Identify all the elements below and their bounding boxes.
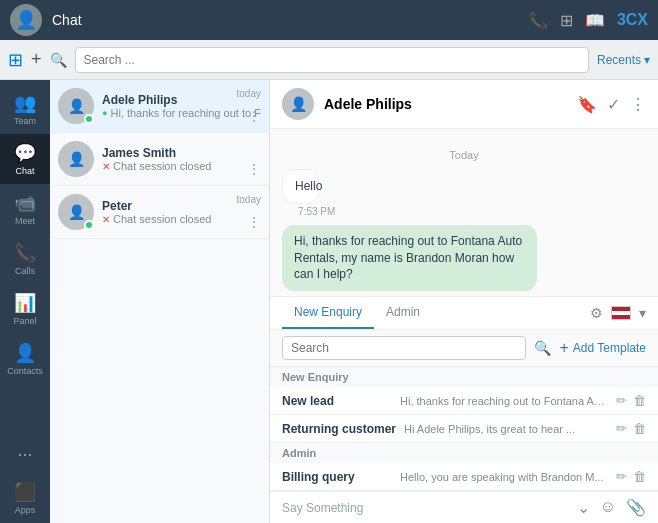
person-icon: 👤 bbox=[290, 96, 307, 112]
global-search-box[interactable] bbox=[75, 47, 589, 73]
delete-icon[interactable]: 🗑 bbox=[633, 393, 646, 408]
chat-list-item[interactable]: 👤 James Smith ✕ Chat session closed ⋮ bbox=[50, 133, 269, 186]
section-header-new-enquiry: New Enquiry bbox=[270, 367, 658, 387]
template-name: New lead bbox=[282, 394, 392, 408]
brand-label: 3CX bbox=[617, 11, 648, 29]
add-template-button[interactable]: + Add Template bbox=[559, 339, 646, 357]
sidebar-label-chat: Chat bbox=[15, 166, 34, 176]
messages-area: Today Hello 7:53 PM Hi, thanks for reach… bbox=[270, 129, 658, 296]
template-row[interactable]: New lead Hi, thanks for reaching out to … bbox=[270, 387, 658, 415]
second-bar: ⊞ + 🔍 Recents ▾ bbox=[0, 40, 658, 80]
more-icon: ··· bbox=[17, 444, 32, 465]
sidebar-item-team[interactable]: 👥 Team bbox=[0, 84, 50, 134]
close-icon: ✕ bbox=[102, 214, 110, 225]
add-button[interactable]: + bbox=[31, 49, 42, 70]
template-list: New Enquiry New lead Hi, thanks for reac… bbox=[270, 367, 658, 491]
chat-preview: ✕ Chat session closed bbox=[102, 160, 261, 172]
template-search-input[interactable] bbox=[282, 336, 526, 360]
phone-icon[interactable]: 📞 bbox=[528, 11, 548, 30]
sidebar-item-contacts[interactable]: 👤 Contacts bbox=[0, 334, 50, 384]
sidebar-item-apps[interactable]: ⬛ Apps bbox=[0, 473, 50, 523]
template-row[interactable]: Billing query Hello, you are speaking wi… bbox=[270, 463, 658, 491]
search-icon-small: 🔍 bbox=[50, 52, 67, 68]
more-options-icon[interactable]: ⋮ bbox=[247, 108, 261, 124]
panel-icon: 📊 bbox=[14, 292, 36, 314]
sidebar-label-meet: Meet bbox=[15, 216, 35, 226]
status-icon-online: ● bbox=[102, 108, 107, 118]
contacts-icon: 👤 bbox=[14, 342, 36, 364]
add-template-label: Add Template bbox=[573, 341, 646, 355]
person-icon: 👤 bbox=[68, 98, 85, 114]
chat-time: today bbox=[237, 88, 261, 99]
plus-icon: + bbox=[559, 339, 568, 357]
say-something-placeholder: Say Something bbox=[282, 501, 577, 515]
template-preview: Hi, thanks for reaching out to Fontana A… bbox=[400, 395, 608, 407]
grid-icon[interactable]: ⊞ bbox=[560, 11, 573, 30]
chat-list-item[interactable]: 👤 Adele Philips ● Hi, thanks for reachin… bbox=[50, 80, 269, 133]
avatar: 👤 bbox=[58, 194, 94, 230]
message-bubble: Hello bbox=[282, 169, 319, 204]
say-something-bar[interactable]: Say Something ⌄ ☺ 📎 bbox=[270, 491, 658, 523]
tab-new-enquiry[interactable]: New Enquiry bbox=[282, 297, 374, 329]
chevron-down-icon: ▾ bbox=[644, 53, 650, 67]
edit-icon[interactable]: ✏ bbox=[616, 393, 627, 408]
tab-bar: New Enquiry Admin ⚙ ▾ bbox=[270, 297, 658, 330]
edit-icon[interactable]: ✏ bbox=[616, 421, 627, 436]
template-name: Returning customer bbox=[282, 422, 396, 436]
template-preview: Hi Adele Philips, its great to hear ... bbox=[404, 423, 608, 435]
template-search-row: 🔍 + Add Template bbox=[270, 330, 658, 367]
chat-contact-name: James Smith bbox=[102, 146, 261, 160]
close-icon: ✕ bbox=[102, 161, 110, 172]
template-panel: New Enquiry Admin ⚙ ▾ 🔍 + Add Template bbox=[270, 296, 658, 523]
emoji-icon[interactable]: ☺ bbox=[600, 498, 616, 517]
more-options-icon[interactable]: ⋮ bbox=[247, 214, 261, 230]
sidebar-item-calls[interactable]: 📞 Calls bbox=[0, 234, 50, 284]
say-something-icons: ⌄ ☺ 📎 bbox=[577, 498, 646, 517]
template-row[interactable]: Returning customer Hi Adele Philips, its… bbox=[270, 415, 658, 443]
chat-preview: ● Hi, thanks for reaching out to Fo... bbox=[102, 107, 261, 119]
more-options-icon[interactable]: ⋮ bbox=[630, 95, 646, 114]
meet-icon: 📹 bbox=[14, 192, 36, 214]
chat-icon: 💬 bbox=[14, 142, 36, 164]
delete-icon[interactable]: 🗑 bbox=[633, 421, 646, 436]
chevron-down-icon[interactable]: ▾ bbox=[639, 305, 646, 321]
flag-icon[interactable] bbox=[611, 306, 631, 320]
online-status bbox=[84, 220, 94, 230]
chat-header: 👤 Adele Philips 🔖 ✓ ⋮ bbox=[270, 80, 658, 129]
checkmark-icon[interactable]: ✓ bbox=[607, 95, 620, 114]
more-options-icon[interactable]: ⋮ bbox=[247, 161, 261, 177]
delete-icon[interactable]: 🗑 bbox=[633, 469, 646, 484]
recents-button[interactable]: Recents ▾ bbox=[597, 53, 650, 67]
chat-header-avatar: 👤 bbox=[282, 88, 314, 120]
chat-header-actions: 🔖 ✓ ⋮ bbox=[577, 95, 646, 114]
top-bar: 👤 Chat 📞 ⊞ 📖 3CX bbox=[0, 0, 658, 40]
edit-icon[interactable]: ✏ bbox=[616, 469, 627, 484]
sidebar-label-panel: Panel bbox=[13, 316, 36, 326]
sidebar-item-chat[interactable]: 💬 Chat bbox=[0, 134, 50, 184]
global-search-input[interactable] bbox=[84, 53, 580, 67]
chat-info: James Smith ✕ Chat session closed bbox=[102, 146, 261, 172]
book-icon[interactable]: 📖 bbox=[585, 11, 605, 30]
message: Hi, thanks for reaching out to Fontana A… bbox=[282, 225, 646, 296]
bookmark-icon[interactable]: 🔖 bbox=[577, 95, 597, 114]
settings-icon[interactable]: ⚙ bbox=[590, 305, 603, 321]
chat-preview: ✕ Chat session closed bbox=[102, 213, 261, 225]
chevron-down-icon[interactable]: ⌄ bbox=[577, 498, 590, 517]
sidebar-item-meet[interactable]: 📹 Meet bbox=[0, 184, 50, 234]
sidebar-label-contacts: Contacts bbox=[7, 366, 43, 376]
sidebar-item-more[interactable]: ··· bbox=[0, 436, 50, 473]
avatar: 👤 bbox=[58, 88, 94, 124]
top-bar-icons: 📞 ⊞ 📖 3CX bbox=[528, 11, 648, 30]
chat-list: 👤 Adele Philips ● Hi, thanks for reachin… bbox=[50, 80, 270, 523]
windows-icon[interactable]: ⊞ bbox=[8, 49, 23, 71]
chat-list-item[interactable]: 👤 Peter ✕ Chat session closed today ⋮ bbox=[50, 186, 269, 239]
sidebar-label-calls: Calls bbox=[15, 266, 35, 276]
template-actions: ✏ 🗑 bbox=[616, 469, 646, 484]
avatar: 👤 bbox=[58, 141, 94, 177]
tab-admin[interactable]: Admin bbox=[374, 297, 432, 329]
apps-icon: ⬛ bbox=[14, 481, 36, 503]
message: Hello 7:53 PM bbox=[282, 169, 646, 217]
sidebar-item-panel[interactable]: 📊 Panel bbox=[0, 284, 50, 334]
attachment-icon[interactable]: 📎 bbox=[626, 498, 646, 517]
sidebar-label-team: Team bbox=[14, 116, 36, 126]
